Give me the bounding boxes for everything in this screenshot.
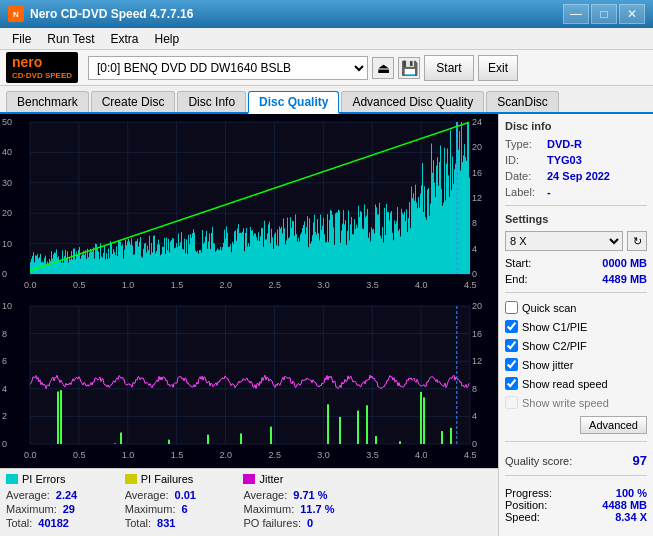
eject-icon[interactable]: ⏏ (372, 57, 394, 79)
read-speed-row: Show read speed (505, 377, 647, 390)
c1-pie-label: Show C1/PIE (522, 321, 587, 333)
title-bar: N Nero CD-DVD Speed 4.7.7.16 — □ ✕ (0, 0, 653, 28)
speed-label: Speed: (505, 511, 540, 523)
menu-extra[interactable]: Extra (102, 30, 146, 48)
menu-help[interactable]: Help (147, 30, 188, 48)
tab-create-disc[interactable]: Create Disc (91, 91, 176, 112)
exit-button[interactable]: Exit (478, 55, 518, 81)
divider-3 (505, 441, 647, 442)
main-content: PI Errors Average: 2.24 Maximum: 29 Tota… (0, 114, 653, 536)
menu-run-test[interactable]: Run Test (39, 30, 102, 48)
pi-errors-group: PI Errors Average: 2.24 Maximum: 29 Tota… (6, 473, 113, 532)
jitter-avg-value: 9.71 % (293, 489, 343, 501)
pi-failures-label: PI Failures (141, 473, 194, 485)
nero-logo: nero CD·DVD SPEED (6, 52, 78, 82)
jitter-check-label: Show jitter (522, 359, 573, 371)
progress-label: Progress: (505, 487, 552, 499)
pi-avg-value: 2.24 (56, 489, 106, 501)
pi-failures-legend-box (125, 474, 137, 484)
disc-date-value: 24 Sep 2022 (547, 170, 610, 182)
progress-section: Progress: 100 % Position: 4488 MB Speed:… (505, 487, 647, 523)
main-chart-canvas (0, 114, 498, 468)
disc-date-row: Date: 24 Sep 2022 (505, 170, 647, 182)
progress-row: Progress: 100 % (505, 487, 647, 499)
c2-pif-checkbox[interactable] (505, 339, 518, 352)
disc-info-title: Disc info (505, 120, 647, 132)
disc-date-label: Date: (505, 170, 543, 182)
chart-area (0, 114, 498, 468)
pi-total-label: Total: (6, 517, 32, 529)
close-button[interactable]: ✕ (619, 4, 645, 24)
tabs: Benchmark Create Disc Disc Info Disc Qua… (0, 86, 653, 114)
tab-advanced-disc-quality[interactable]: Advanced Disc Quality (341, 91, 484, 112)
app-icon: N (8, 6, 24, 22)
position-label: Position: (505, 499, 547, 511)
divider-4 (505, 475, 647, 476)
end-mb-row: End: 4489 MB (505, 273, 647, 285)
end-mb-label: End: (505, 273, 528, 285)
jitter-check-row: Show jitter (505, 358, 647, 371)
quality-score-value: 97 (633, 453, 647, 468)
pif-avg-label: Average: (125, 489, 169, 501)
progress-value: 100 % (616, 487, 647, 499)
settings-title: Settings (505, 213, 647, 225)
read-speed-checkbox[interactable] (505, 377, 518, 390)
tab-disc-info[interactable]: Disc Info (177, 91, 246, 112)
jitter-max-value: 11.7 % (300, 503, 350, 515)
c1-pie-checkbox[interactable] (505, 320, 518, 333)
nero-logo-text: nero (12, 54, 42, 70)
start-mb-label: Start: (505, 257, 531, 269)
tab-disc-quality[interactable]: Disc Quality (248, 91, 339, 114)
disc-label-label: Label: (505, 186, 543, 198)
toolbar: nero CD·DVD SPEED [0:0] BENQ DVD DD DW16… (0, 50, 653, 86)
disc-id-label: ID: (505, 154, 543, 166)
jitter-label: Jitter (259, 473, 283, 485)
pi-max-label: Maximum: (6, 503, 57, 515)
advanced-button[interactable]: Advanced (580, 416, 647, 434)
pif-avg-value: 0.01 (175, 489, 225, 501)
tab-benchmark[interactable]: Benchmark (6, 91, 89, 112)
jitter-legend-box (243, 474, 255, 484)
refresh-icon[interactable]: ↻ (627, 231, 647, 251)
start-mb-value: 0000 MB (602, 257, 647, 269)
quick-scan-label: Quick scan (522, 302, 576, 314)
pif-max-value: 6 (181, 503, 231, 515)
speed-select[interactable]: 8 X 1 X2 X4 X 12 X16 XMAX (505, 231, 623, 251)
pi-failures-group: PI Failures Average: 0.01 Maximum: 6 Tot… (125, 473, 232, 532)
disc-id-value: TYG03 (547, 154, 582, 166)
start-button[interactable]: Start (424, 55, 474, 81)
quality-score-label: Quality score: (505, 455, 572, 467)
speed-row: Speed: 8.34 X (505, 511, 647, 523)
maximize-button[interactable]: □ (591, 4, 617, 24)
disc-type-label: Type: (505, 138, 543, 150)
pif-total-label: Total: (125, 517, 151, 529)
c2-pif-row: Show C2/PIF (505, 339, 647, 352)
stats-bar: PI Errors Average: 2.24 Maximum: 29 Tota… (0, 468, 498, 536)
pi-max-value: 29 (63, 503, 113, 515)
c1-pie-row: Show C1/PIE (505, 320, 647, 333)
c2-pif-label: Show C2/PIF (522, 340, 587, 352)
minimize-button[interactable]: — (563, 4, 589, 24)
jitter-checkbox[interactable] (505, 358, 518, 371)
quick-scan-row: Quick scan (505, 301, 647, 314)
save-icon[interactable]: 💾 (398, 57, 420, 79)
quick-scan-checkbox[interactable] (505, 301, 518, 314)
pif-max-label: Maximum: (125, 503, 176, 515)
pi-total-value: 40182 (38, 517, 88, 529)
speed-value: 8.34 X (615, 511, 647, 523)
jitter-avg-label: Average: (243, 489, 287, 501)
position-value: 4488 MB (602, 499, 647, 511)
read-speed-label: Show read speed (522, 378, 608, 390)
write-speed-checkbox[interactable] (505, 396, 518, 409)
jitter-group: Jitter Average: 9.71 % Maximum: 11.7 % P… (243, 473, 356, 532)
disc-id-row: ID: TYG03 (505, 154, 647, 166)
drive-select[interactable]: [0:0] BENQ DVD DD DW1640 BSLB (88, 56, 368, 80)
end-mb-value: 4489 MB (602, 273, 647, 285)
disc-label-value: - (547, 186, 551, 198)
po-failures-label: PO failures: (243, 517, 300, 529)
pif-total-value: 831 (157, 517, 207, 529)
pi-errors-label: PI Errors (22, 473, 65, 485)
menu-file[interactable]: File (4, 30, 39, 48)
tab-scan-disc[interactable]: ScanDisc (486, 91, 559, 112)
divider-1 (505, 205, 647, 206)
